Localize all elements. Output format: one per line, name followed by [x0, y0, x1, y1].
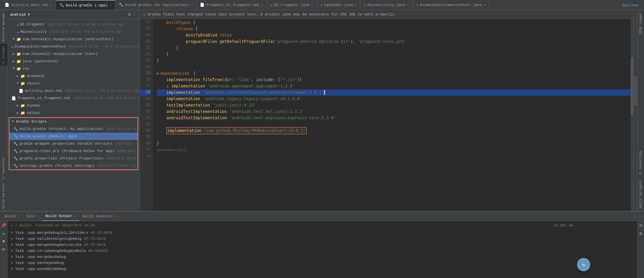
eye-icon[interactable]: 👁	[1, 247, 7, 253]
folder-icon: 📁	[16, 59, 21, 64]
minimap[interactable]	[631, 19, 633, 211]
tree-item-gradle-scripts-header[interactable]: ▼ Gradle Scripts	[9, 118, 138, 125]
tree-item-name: activity_main.xml	[25, 89, 62, 93]
tab-label: Build Analyzer	[83, 214, 113, 218]
bottom-tab-sync[interactable]: Sync ✕	[23, 212, 42, 221]
bottom-tab-actions: ⋮ −	[632, 214, 644, 219]
bottom-tab-build-output[interactable]: Build Output ✕	[42, 212, 79, 221]
close-icon[interactable]: ✕	[407, 3, 409, 7]
tree-item-res[interactable]: ▼ 📁 res	[7, 65, 140, 72]
tab-build-gradle-myapp[interactable]: 🔧 build.gradle (My Application) ✕	[115, 0, 197, 10]
tree-item-layout[interactable]: ▼ 📁 layout	[7, 80, 140, 87]
star-icon[interactable]: ★	[1, 230, 7, 236]
gradle-icon: 🔧	[13, 164, 18, 168]
close-icon[interactable]: ✕	[355, 3, 357, 7]
tree-item-name: fragment_zt_fragment.xml	[17, 96, 70, 100]
sidebar-project[interactable]: 1: Project	[0, 43, 7, 66]
tree-item-bt-fragment[interactable]: ☕ Bt_Fragment 2020/10/5 16:46, 2.86 kB 2…	[7, 21, 140, 28]
folder-icon: 📁	[16, 37, 21, 42]
right-scrollbar[interactable]	[633, 19, 637, 211]
tree-item-build-gradle-project[interactable]: 🔧 build.gradle (Project: My_Application)…	[9, 125, 138, 133]
close-icon[interactable]: ✕	[261, 3, 263, 7]
more-vert-icon[interactable]: ⋮	[133, 12, 137, 17]
tab-build-gradle-app[interactable]: 🔧 build.gradle (:app) ✕	[56, 0, 115, 10]
tree-item-drawable[interactable]: ▶ 📁 drawable	[7, 72, 140, 80]
close-x-icon[interactable]: ✕	[74, 214, 76, 218]
tree-item-gradle-properties[interactable]: 🔧 gradle.properties (Project Properties)…	[9, 155, 138, 162]
line-numbers: 17 18 19 20 21 22 23 24 25 26 27 28 29 3…	[140, 19, 153, 211]
tree-item-mipmap[interactable]: ▶ 📁 mipmap	[7, 102, 140, 109]
tree-item-name: build.gradle (Module: app)	[19, 134, 77, 138]
tree-item-name: MainActivity	[20, 30, 47, 34]
tree-item-name: gradle.properties (Project Properties)	[19, 156, 104, 160]
tree-item-proguard[interactable]: 🔧 proguard-rules.pro (ProGuard Rules for…	[9, 147, 138, 155]
sidebar-favorites[interactable]: 2: Favorites	[0, 155, 7, 182]
tree-item-java-generated[interactable]: ▶ 📁 java (generated)	[7, 58, 140, 65]
minimap-thumb	[631, 57, 633, 115]
sync-now-button[interactable]: Sync Now	[620, 2, 641, 8]
run-icon[interactable]: ▶	[157, 70, 159, 77]
close-icon[interactable]: ✕	[110, 3, 112, 7]
bottom-left-icons: 📌 ★ ■ 👁	[0, 221, 7, 278]
bottom-tab-build-analyzer[interactable]: Build Analyzer ✕	[79, 212, 120, 221]
java-icon: ☕	[11, 45, 14, 49]
close-icon[interactable]: ✕	[191, 3, 193, 7]
check-icon: ✓	[11, 223, 13, 227]
sidebar-resource-manager[interactable]: Resource Manager	[0, 10, 7, 43]
tree-item-meta: 2020/10/5 15:04, 770 B	[117, 149, 140, 153]
tree-item-name: values	[26, 111, 40, 115]
json-viewer-label[interactable]: JSON Viewer	[638, 10, 643, 38]
tree-item-name: proguard-rules.pro (ProGuard Rules for a…	[19, 149, 115, 153]
collapse-icon[interactable]: ⊞	[638, 230, 644, 236]
fab-button[interactable]: ↻	[577, 258, 590, 271]
minimize-icon[interactable]: −	[639, 214, 641, 219]
stop-icon[interactable]: ■	[1, 238, 7, 245]
bottom-panel: Build ✕ Sync ✕ Build Output ✕ Build Anal…	[0, 211, 644, 278]
tab-fragment-zt[interactable]: 📄 fragment_zt_fragment.xml ✕	[197, 0, 267, 10]
pin-icon[interactable]: 📌	[1, 222, 7, 228]
task-line-3: > Task :app:mergeDebugNativeLibs UP-TO-D…	[11, 242, 574, 248]
tree-item-fragment-zt-xml[interactable]: 📄 fragment_zt_fragment.xml 2020/10/5 16:…	[7, 94, 140, 102]
arrow-down-icon: ▼	[17, 82, 18, 85]
tree-item-com-androidtest[interactable]: ▼ 📁 com.hnucm18jr.myapplication (android…	[7, 36, 140, 43]
arrow-down-icon: ▼	[13, 38, 14, 41]
task-line-2: > Task :app:validateSigningDebug UP-TO-D…	[11, 236, 574, 242]
tab-label: Sync	[26, 214, 35, 218]
tab-activity-main[interactable]: 📄 activity_main.xml ✕	[1, 0, 56, 10]
tree-item-build-gradle-module[interactable]: 🔧 build.gradle (Module: app) 2020/10/5 1…	[9, 133, 138, 140]
tab-example-instrumented[interactable]: ☕ ExampleInstrumentedTest.java ✕	[413, 0, 489, 10]
tree-item-main-activity[interactable]: ☕ MainActivity 2020/10/5 16:45, 666 B 5 …	[7, 28, 140, 36]
favorites-label[interactable]: 2: Favorites	[638, 148, 643, 178]
tree-item-settings-gradle[interactable]: 🔧 settings.gradle (Project Settings) 202…	[9, 162, 138, 169]
tab-main-activity[interactable]: ☕ MainActivity.java ✕	[360, 0, 413, 10]
tree-item-activity-main-xml[interactable]: 📄 activity_main.xml 2020/10/5 15:57, 725…	[7, 87, 140, 94]
bottom-tab-build[interactable]: Build ✕	[1, 212, 23, 221]
tab-calendar[interactable]: ☕ Calendar.java ✕	[317, 0, 360, 10]
close-icon[interactable]: ✕	[50, 3, 52, 7]
close-icon[interactable]: ✕	[311, 3, 313, 7]
close-x-icon[interactable]: ✕	[17, 214, 19, 218]
expand-icon[interactable]: ⊟	[638, 222, 644, 228]
tree-item-meta: 2020/10/5 16:46, 2.86 kB 2 minutes ago	[47, 23, 124, 26]
left-sidebar: Resource Manager 1: Project 2: Favorites…	[0, 10, 7, 211]
tree-item-example-instrumented[interactable]: ☕ ExampleInstrumentedTest 2020/10/5 15:0…	[7, 43, 140, 50]
close-x-icon[interactable]: ✕	[37, 214, 39, 218]
folder-icon: 📁	[16, 67, 21, 71]
android-dropdown[interactable]: Android ▼	[10, 13, 30, 17]
build-variants-label-right[interactable]: Build Variants	[638, 178, 643, 211]
tree-item-com-test[interactable]: ▶ 📁 com.hnucm18jr.myapplication (test)	[7, 50, 140, 58]
tree-item-values[interactable]: ▶ 📁 values	[7, 109, 140, 117]
gear-icon[interactable]: ⚙	[128, 12, 131, 17]
tree-item-gradle-wrapper[interactable]: 🔧 gradle-wrapper.properties (Gradle Vers…	[9, 140, 138, 147]
warning-icon: ⚠	[143, 12, 146, 16]
build-status-line: ✓ ✓ Build: finished at 2020/10/5 16:46 1…	[11, 222, 574, 228]
sidebar-build-variants[interactable]: Build Variants	[0, 181, 7, 211]
folder-icon: 📁	[20, 103, 25, 108]
tab-bt-fragment[interactable]: ☕ Bt_Fragment.java ✕	[267, 0, 317, 10]
code-editor[interactable]: buildTypes { release { minifyEnabled fal…	[153, 19, 631, 211]
more-vert-icon[interactable]: ⋮	[632, 214, 636, 219]
bottom-tabs: Build ✕ Sync ✕ Build Output ✕ Build Anal…	[0, 212, 644, 221]
close-x-icon[interactable]: ✕	[115, 214, 117, 218]
close-icon[interactable]: ✕	[484, 3, 486, 7]
gradle-icon: 🔧	[59, 3, 64, 7]
